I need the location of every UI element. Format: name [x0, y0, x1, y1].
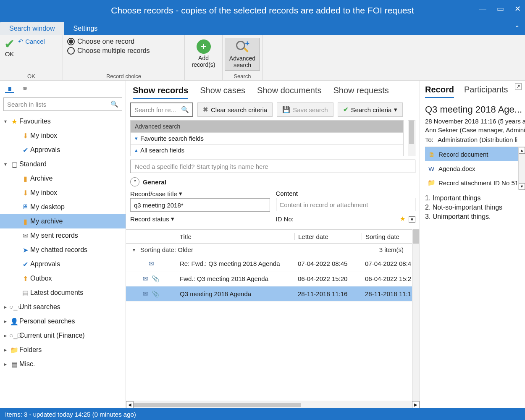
- radio-choose-one[interactable]: Choose one record: [67, 38, 134, 45]
- search-icon: 🔍: [110, 100, 118, 108]
- popout-icon[interactable]: ↗: [515, 83, 522, 90]
- preview-body-line: 1. Important things: [425, 194, 525, 202]
- all-search-fields[interactable]: ▴All search fields: [131, 144, 403, 156]
- tree-unit-searches[interactable]: ▸○⎯○Unit searches: [0, 300, 126, 314]
- tree-latest[interactable]: ▤Latest documents: [0, 286, 126, 300]
- record-title-input[interactable]: q3 meeting 2018*: [130, 198, 270, 212]
- radio-choose-multiple[interactable]: Choose multiple records: [67, 47, 150, 55]
- save-icon: 💾: [282, 106, 290, 113]
- add-records-button[interactable]: + Add record(s): [188, 38, 220, 70]
- favourite-search-fields[interactable]: ▾Favourite search fields: [131, 132, 403, 144]
- plus-icon: +: [197, 39, 211, 54]
- tree-misc[interactable]: ▸▤Misc.: [0, 357, 126, 371]
- folder-tree: ▾★Favourites ⬇My inbox ✔Approvals ▾▢Stan…: [0, 113, 126, 408]
- tree-my-archive[interactable]: ▮My archive: [0, 214, 126, 228]
- minimize-icon[interactable]: —: [479, 4, 486, 13]
- tree-favourites[interactable]: ▾★Favourites: [0, 114, 126, 129]
- sidebar: ∎ ⚭ Search in lists 🔍 ▾★Favourites ⬇My i…: [0, 81, 126, 408]
- word-icon: W: [428, 165, 435, 172]
- results-table: Title Letter date Sorting date ▾ Sorting…: [126, 229, 412, 401]
- advanced-search-button[interactable]: + Advanced search: [225, 38, 260, 71]
- tree-approvals2[interactable]: ✔Approvals: [0, 257, 126, 271]
- scroll-right-icon[interactable]: ▶: [412, 401, 420, 409]
- group-label-ok: OK: [4, 73, 58, 79]
- scroll-down-icon[interactable]: ▼: [519, 183, 525, 190]
- content-label: Content: [276, 190, 416, 197]
- group-label-record-choice: Record choice: [67, 73, 180, 79]
- tree-my-inbox2[interactable]: ⬇My inbox: [0, 186, 126, 200]
- records-view-icon[interactable]: ∎: [5, 84, 14, 93]
- tree-standard[interactable]: ▾▢Standard: [0, 157, 126, 171]
- contacts-view-icon[interactable]: ⚭: [20, 84, 29, 93]
- tab-settings[interactable]: Settings: [64, 22, 107, 35]
- scroll-left-icon[interactable]: ◀: [126, 401, 134, 409]
- table-row[interactable]: ✉ Re: Fwd.: Q3 meeting 2018 Agenda 07-04…: [126, 256, 412, 271]
- preview-docs-scrollbar[interactable]: ▲ ▼: [518, 147, 525, 190]
- tree-my-chatted[interactable]: ➤My chatted records: [0, 243, 126, 257]
- tree-folders[interactable]: ▸📁Folders: [0, 343, 126, 357]
- tab-show-documents[interactable]: Show documents: [257, 86, 321, 99]
- tab-show-records[interactable]: Show records: [133, 86, 188, 99]
- table-horizontal-scrollbar[interactable]: ◀ ▶: [126, 401, 420, 408]
- chevron-down-icon[interactable]: ▾: [171, 215, 174, 223]
- undo-icon: ↶: [18, 38, 25, 45]
- tab-show-cases[interactable]: Show cases: [200, 86, 245, 99]
- preview-doc-item[interactable]: 🗎Record document: [425, 147, 525, 161]
- tree-outbox[interactable]: ⬆Outbox: [0, 271, 126, 286]
- content-input[interactable]: Content in record or attachment: [276, 198, 416, 211]
- dropdown-icon[interactable]: ▼: [409, 216, 415, 223]
- field-search-input[interactable]: Need a specific field? Start typing its …: [130, 160, 415, 173]
- magnifier-plus-icon: +: [235, 40, 249, 54]
- toolbar: ✔ OK ↶ Cancel OK Choose one record Choos…: [0, 35, 525, 81]
- id-no-label: ID No: ★ ▼: [276, 215, 416, 223]
- search-criteria-dropdown[interactable]: ✔Search criteria ▾: [338, 102, 403, 117]
- status-bar: Items: 3 - updated today 14:25 (0 minute…: [0, 408, 525, 420]
- window-title: Choose records - copies of the selected …: [111, 5, 414, 16]
- maximize-icon[interactable]: ▭: [497, 4, 504, 13]
- clear-criteria-button[interactable]: ✖Clear search criteria: [197, 102, 273, 117]
- tab-show-requests[interactable]: Show requests: [333, 86, 389, 99]
- tree-personal-searches[interactable]: ▸👤Personal searches: [0, 314, 126, 328]
- table-vertical-scrollbar[interactable]: [412, 229, 420, 401]
- record-status-label: Record status▾: [130, 215, 270, 223]
- chevron-down-icon: ▾: [135, 135, 138, 142]
- mail-icon: ✉: [143, 290, 148, 298]
- save-search-button[interactable]: 💾Save search: [277, 102, 333, 117]
- advanced-search-header: Advanced search: [131, 121, 403, 132]
- search-lists-input[interactable]: Search in lists 🔍: [3, 97, 122, 111]
- tree-my-inbox[interactable]: ⬇My inbox: [0, 129, 126, 143]
- collapse-ribbon-icon[interactable]: ⌃: [514, 24, 520, 32]
- ribbon-tabs: Search window Settings ⌃: [0, 21, 525, 35]
- scroll-up-icon[interactable]: ▲: [519, 147, 525, 154]
- mail-icon: ✉: [149, 260, 154, 268]
- tree-current-unit[interactable]: ▸○⎯□Current unit (Finance): [0, 328, 126, 343]
- star-icon[interactable]: ★: [400, 215, 405, 222]
- adv-scrollbar[interactable]: [408, 120, 415, 156]
- col-letter-date[interactable]: Letter date: [294, 233, 362, 240]
- status-text: Items: 3 - updated today 14:25 (0 minute…: [5, 411, 136, 418]
- tree-my-sent[interactable]: ✉My sent records: [0, 228, 126, 243]
- preview-tab-participants[interactable]: Participants: [464, 85, 508, 98]
- preview-doc-item[interactable]: 📁Record attachment ID No 510: [425, 176, 525, 190]
- ok-button[interactable]: ✔ OK: [4, 38, 15, 58]
- tree-my-desktop[interactable]: 🖥My desktop: [0, 200, 126, 214]
- cancel-button[interactable]: ↶ Cancel: [18, 38, 45, 45]
- table-row[interactable]: ✉📎 Fwd.: Q3 meeting 2018 Agenda 06-04-20…: [126, 271, 412, 286]
- group-row[interactable]: ▾ Sorting date: Older 3 item(s): [126, 244, 412, 256]
- preview-title: Q3 meeting 2018 Age...: [425, 104, 525, 115]
- tree-approvals[interactable]: ✔Approvals: [0, 143, 126, 157]
- close-icon[interactable]: ✕: [514, 4, 521, 13]
- preview-to-value: Administration (Distribution li: [438, 136, 517, 143]
- col-sorting-date[interactable]: Sorting date: [362, 233, 412, 240]
- tab-search-window[interactable]: Search window: [0, 22, 64, 35]
- preview-tab-record[interactable]: Record: [425, 85, 454, 98]
- check-icon: ✔: [343, 106, 349, 113]
- tree-archive[interactable]: ▮Archive: [0, 171, 126, 186]
- preview-doc-item[interactable]: WAgenda.docx: [425, 161, 525, 176]
- preview-pane: ↗ Record Participants Q3 meeting 2018 Ag…: [420, 81, 525, 408]
- collapse-general-icon[interactable]: ⌃: [130, 177, 139, 186]
- center-search-input[interactable]: Search for re...🔍: [130, 102, 193, 117]
- col-title[interactable]: Title: [176, 233, 294, 240]
- table-row[interactable]: ✉📎 Q3 meeting 2018 Agenda 28-11-2018 11:…: [126, 286, 412, 302]
- chevron-down-icon[interactable]: ▾: [179, 190, 182, 197]
